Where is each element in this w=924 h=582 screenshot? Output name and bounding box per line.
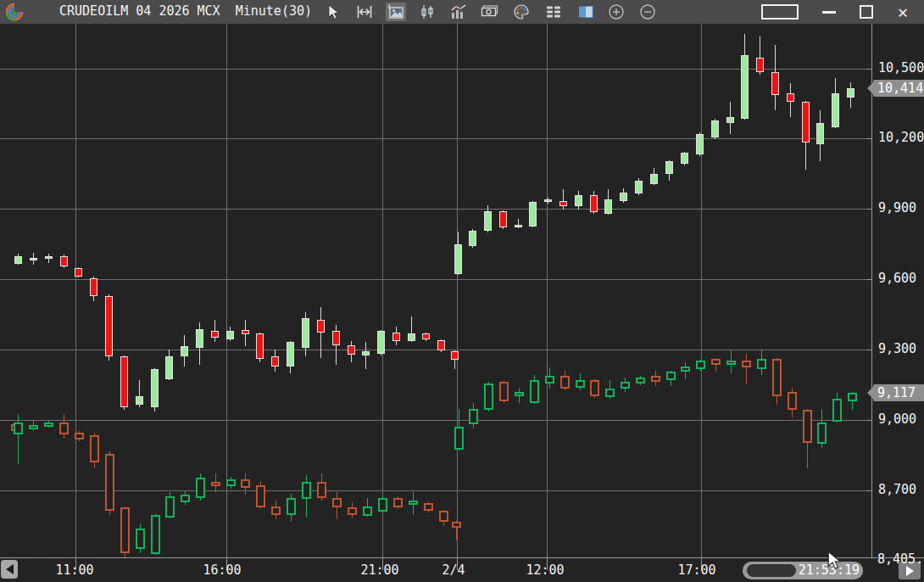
- candle-body: [560, 376, 570, 389]
- price-axis-label: 8,700: [878, 484, 916, 496]
- maximize-button[interactable]: [856, 3, 877, 21]
- candle-body: [136, 396, 143, 405]
- candle-body: [317, 482, 326, 498]
- scroll-left-button[interactable]: [1, 560, 18, 579]
- candle-body: [484, 383, 493, 410]
- candle-body: [165, 496, 175, 518]
- candle-body: [604, 199, 612, 214]
- candle-body: [469, 409, 478, 424]
- candle-body: [302, 482, 311, 499]
- price-axis[interactable]: 10,50010,2009,9009,6009,3009,0008,70010,…: [871, 24, 924, 557]
- candle-body: [544, 199, 552, 202]
- candle-body: [452, 522, 461, 528]
- layout-list-button[interactable]: [543, 3, 564, 21]
- candle-body: [348, 345, 355, 355]
- candle-body: [14, 256, 22, 264]
- price-tick: [867, 490, 872, 491]
- candle-body: [424, 503, 433, 511]
- candle-body: [575, 195, 582, 206]
- candle-body: [136, 529, 145, 549]
- candle-body: [317, 320, 325, 333]
- candle-body: [151, 515, 160, 554]
- chart-plot-area[interactable]: arthachitra: [0, 24, 871, 557]
- candle-body: [392, 333, 400, 341]
- candle-body: [803, 410, 812, 443]
- candle-body: [635, 181, 643, 193]
- candle-body: [757, 359, 766, 369]
- price-axis-label: 9,600: [878, 272, 916, 285]
- close-button[interactable]: ✕: [892, 3, 914, 21]
- candle-body: [621, 382, 630, 389]
- window-shape-button[interactable]: [760, 3, 799, 21]
- last-price-marker: 10,414: [873, 80, 924, 97]
- candle-body: [817, 423, 827, 444]
- candle-body: [393, 498, 403, 507]
- price-tick: [867, 350, 872, 350]
- candle-body: [499, 211, 507, 227]
- candle-body: [590, 380, 599, 396]
- candle-body: [59, 423, 69, 434]
- horizontal-resize-button[interactable]: [354, 3, 375, 21]
- time-axis-label: 16:00: [203, 562, 241, 578]
- zoom-out-icon[interactable]: [637, 3, 658, 21]
- indicator-chart-button[interactable]: [448, 3, 469, 21]
- candle-body: [515, 225, 522, 227]
- scrollbar-thumb[interactable]: [747, 564, 796, 577]
- horizontal-scrollbar[interactable]: 21:53:19: [743, 562, 863, 579]
- candle-body: [545, 376, 554, 383]
- minimize-button[interactable]: [819, 3, 839, 21]
- candle-body: [332, 331, 340, 345]
- price-axis-label: 10,500: [878, 62, 924, 75]
- vertical-gridline: [547, 24, 548, 557]
- candle-body: [771, 72, 779, 95]
- money-button[interactable]: [480, 3, 500, 21]
- horizontal-gridline: [0, 138, 871, 139]
- candle-body: [756, 58, 764, 72]
- candle-body: [454, 427, 464, 450]
- candle-wick: [563, 189, 564, 210]
- candle-wick: [18, 414, 19, 464]
- price-axis-label: 10,200: [878, 132, 924, 144]
- zoom-in-icon[interactable]: [606, 3, 626, 21]
- candle-body: [348, 507, 357, 515]
- candle-body: [696, 134, 704, 154]
- horizontal-gridline: [0, 279, 871, 280]
- vertical-gridline: [382, 24, 383, 557]
- chart-title: CRUDEOILM 04 2026 MCX Minute(30): [59, 3, 312, 19]
- candle-body: [422, 333, 430, 339]
- candle-body: [105, 296, 113, 356]
- title-bar: CRUDEOILM 04 2026 MCX Minute(30): [0, 0, 924, 24]
- candle-body: [256, 485, 265, 507]
- candle-body: [802, 102, 810, 143]
- candle-body: [816, 123, 824, 144]
- candle-body: [681, 367, 690, 372]
- candle-body: [696, 361, 705, 369]
- candle-body: [605, 389, 615, 397]
- palette-button[interactable]: [511, 3, 532, 21]
- candle-body: [499, 382, 509, 401]
- mouse-cursor: [827, 551, 842, 569]
- price-axis-label: 9,900: [878, 202, 916, 215]
- pointer-tool-button[interactable]: [323, 3, 343, 21]
- split-view-button[interactable]: [576, 3, 596, 21]
- price-axis-label: 9,300: [878, 343, 916, 355]
- left-arrow-icon: [6, 564, 14, 574]
- candle-body: [196, 478, 205, 498]
- candle-body: [651, 376, 660, 382]
- candle-wick: [746, 354, 747, 383]
- price-tick: [867, 138, 872, 139]
- price-axis-label: 9,000: [878, 413, 916, 426]
- last-price-marker: 9,117: [873, 384, 924, 401]
- candle-body: [848, 393, 857, 401]
- candle-body: [120, 356, 128, 407]
- time-axis-label: 12:00: [526, 562, 564, 578]
- vertical-gridline: [701, 24, 702, 557]
- candle-body: [409, 501, 418, 505]
- candle-body: [181, 346, 188, 356]
- app-logo-icon: [4, 2, 25, 22]
- candlestick-style-button[interactable]: [417, 3, 437, 21]
- horizontal-gridline: [0, 490, 871, 491]
- image-snapshot-button[interactable]: [386, 3, 406, 21]
- candle-body: [211, 331, 219, 338]
- horizontal-gridline: [0, 420, 871, 421]
